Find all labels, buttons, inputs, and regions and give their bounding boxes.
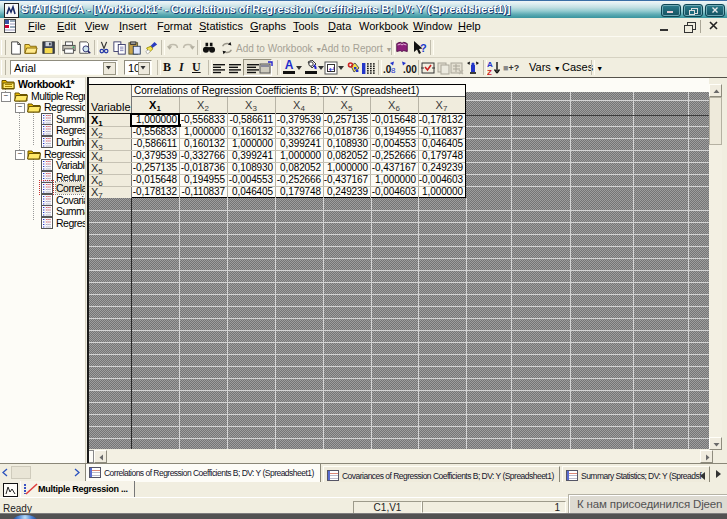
svg-text:Z: Z bbox=[487, 68, 492, 75]
svg-text:.00: .00 bbox=[403, 64, 417, 75]
svg-text:8: 8 bbox=[391, 66, 396, 75]
svg-text:↵: ↵ bbox=[329, 65, 336, 74]
svg-text:?: ? bbox=[420, 42, 427, 54]
